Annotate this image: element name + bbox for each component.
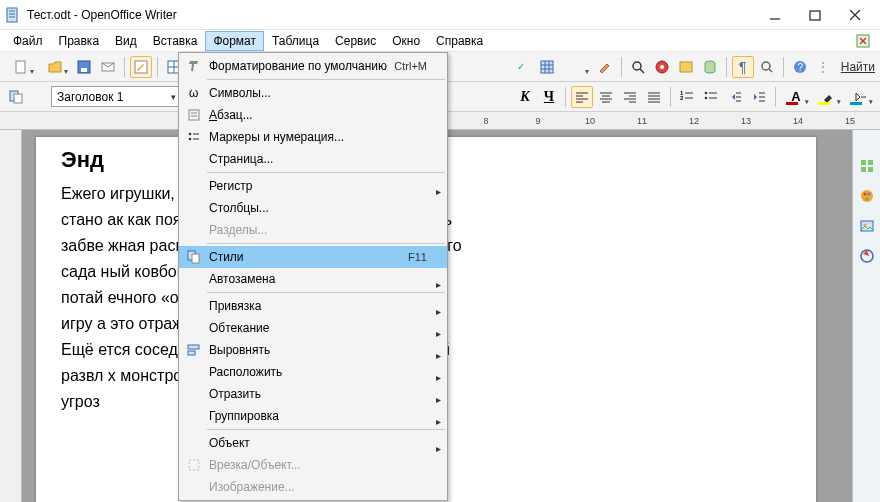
svg-line-26 (640, 69, 644, 73)
font-color-button[interactable]: A (781, 86, 811, 108)
help-button[interactable]: ? (789, 56, 811, 78)
nonprinting-button[interactable]: ¶ (732, 56, 754, 78)
svg-text:?: ? (797, 62, 803, 73)
sidebar (852, 130, 880, 502)
svg-point-82 (189, 133, 192, 136)
draw-functions-button[interactable] (594, 56, 616, 78)
svg-point-74 (865, 198, 868, 201)
bullet-list-button[interactable] (700, 86, 722, 108)
menu-group[interactable]: Группировка (179, 405, 447, 427)
underline-button[interactable]: Ч (538, 86, 560, 108)
data-sources-button[interactable] (699, 56, 721, 78)
edit-mode-button[interactable] (130, 56, 152, 78)
ruler-tick: 9 (512, 116, 564, 126)
sidebar-styles-icon[interactable] (857, 186, 877, 206)
align-icon (183, 342, 205, 358)
italic-button[interactable]: К (514, 86, 536, 108)
close-document-button[interactable] (855, 33, 871, 49)
align-left-button[interactable] (571, 86, 593, 108)
ruler-tick: 15 (824, 116, 876, 126)
svg-line-32 (769, 69, 772, 72)
insert-table-dd[interactable] (560, 56, 592, 78)
ruler-tick: 13 (720, 116, 772, 126)
menu-help[interactable]: Справка (428, 31, 491, 51)
save-button[interactable] (73, 56, 95, 78)
svg-point-84 (189, 138, 192, 141)
find-label[interactable]: Найти (841, 60, 875, 74)
find-button[interactable] (627, 56, 649, 78)
menu-autocorrect[interactable]: Автозамена (179, 268, 447, 290)
menu-default-formatting[interactable]: Форматирование по умолчанию Ctrl+M (179, 55, 447, 77)
spellcheck-button[interactable]: ✓ (512, 56, 534, 78)
new-button[interactable] (5, 56, 37, 78)
styles-icon (183, 249, 205, 265)
menu-format[interactable]: Формат (205, 31, 264, 51)
menu-columns[interactable]: Столбцы... (179, 197, 447, 219)
svg-rect-67 (861, 160, 866, 165)
styles-dialog-button[interactable] (5, 86, 27, 108)
gallery-button[interactable] (675, 56, 697, 78)
menu-wrap[interactable]: Обтекание (179, 317, 447, 339)
svg-point-73 (867, 193, 870, 196)
menu-object[interactable]: Объект (179, 432, 447, 454)
menu-arrange[interactable]: Расположить (179, 361, 447, 383)
background-color-button[interactable] (845, 86, 875, 108)
open-button[interactable] (39, 56, 71, 78)
insert-table-button[interactable] (536, 56, 558, 78)
align-right-button[interactable] (619, 86, 641, 108)
menu-characters[interactable]: ω Символы... (179, 82, 447, 104)
menu-flip[interactable]: Отразить (179, 383, 447, 405)
ruler-tick: 11 (616, 116, 668, 126)
svg-text:2: 2 (680, 95, 684, 101)
menu-paragraph[interactable]: Абзац... (179, 104, 447, 126)
maximize-button[interactable] (795, 0, 835, 30)
svg-point-25 (633, 62, 641, 70)
title-bar: Тест.odt - OpenOffice Writer (0, 0, 880, 30)
numbered-list-button[interactable]: 12 (676, 86, 698, 108)
menu-page[interactable]: Страница... (179, 148, 447, 170)
menu-view[interactable]: Вид (107, 31, 145, 51)
menu-register[interactable]: Регистр (179, 175, 447, 197)
vertical-ruler[interactable] (0, 130, 22, 502)
menu-file[interactable]: Файл (5, 31, 51, 51)
paragraph-style-combo[interactable]: Заголовок 1 (51, 86, 181, 107)
menu-window[interactable]: Окно (384, 31, 428, 51)
svg-text:✓: ✓ (517, 61, 525, 72)
menu-insert[interactable]: Вставка (145, 31, 206, 51)
document-icon (5, 7, 21, 23)
svg-point-31 (762, 62, 770, 70)
increase-indent-button[interactable] (748, 86, 770, 108)
ruler-tick: 12 (668, 116, 720, 126)
decrease-indent-button[interactable] (724, 86, 746, 108)
sidebar-properties-icon[interactable] (857, 156, 877, 176)
navigator-button[interactable] (651, 56, 673, 78)
menu-tools[interactable]: Сервис (327, 31, 384, 51)
menu-edit[interactable]: Правка (51, 31, 108, 51)
align-justify-button[interactable] (643, 86, 665, 108)
menu-bullets[interactable]: Маркеры и нумерация... (179, 126, 447, 148)
menu-table[interactable]: Таблица (264, 31, 327, 51)
svg-rect-11 (16, 61, 25, 73)
svg-rect-36 (14, 94, 22, 103)
zoom-button[interactable] (756, 56, 778, 78)
minimize-button[interactable] (755, 0, 795, 30)
svg-point-59 (705, 96, 708, 99)
character-icon: ω (183, 85, 205, 101)
sidebar-gallery-icon[interactable] (857, 216, 877, 236)
menu-bar: Файл Правка Вид Вставка Формат Таблица С… (0, 30, 880, 52)
menu-anchor[interactable]: Привязка (179, 295, 447, 317)
svg-rect-0 (7, 8, 17, 22)
menu-align[interactable]: Выровнять (179, 339, 447, 361)
svg-rect-79 (189, 110, 199, 120)
svg-rect-70 (868, 167, 873, 172)
svg-rect-20 (541, 61, 553, 73)
align-center-button[interactable] (595, 86, 617, 108)
sidebar-navigator-icon[interactable] (857, 246, 877, 266)
highlight-button[interactable] (813, 86, 843, 108)
email-button[interactable] (97, 56, 119, 78)
menu-styles[interactable]: Стили F11 (179, 246, 447, 268)
menu-frame: Врезка/Объект... (179, 454, 447, 476)
ruler-tick: 14 (772, 116, 824, 126)
close-button[interactable] (835, 0, 875, 30)
svg-point-72 (863, 193, 866, 196)
